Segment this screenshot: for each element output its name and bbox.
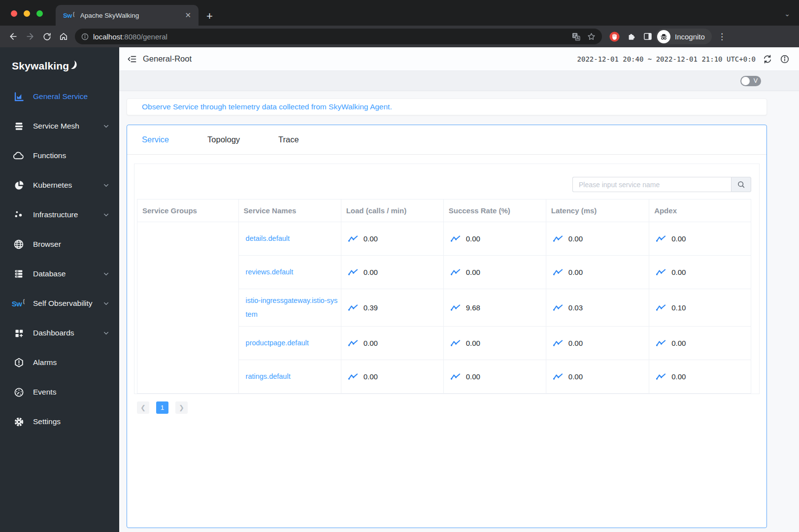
sparkline-icon	[553, 373, 563, 380]
sparkline-icon	[348, 304, 358, 311]
col-service-names: Service Names	[238, 200, 341, 222]
sparkline-icon	[656, 235, 666, 242]
sidebar-item-events[interactable]: Events	[0, 377, 119, 407]
next-page-icon[interactable]: ❯	[175, 401, 188, 414]
grid-plus-icon	[13, 327, 25, 339]
dashboard-card: Service Topology Trace	[127, 125, 767, 528]
url-path: :8080/general	[122, 33, 167, 41]
sparkline-icon	[553, 268, 563, 276]
incognito-badge[interactable]: Incognito	[656, 29, 712, 44]
prev-page-icon[interactable]: ❮	[137, 401, 149, 414]
home-icon[interactable]	[55, 28, 72, 45]
search-input[interactable]	[572, 177, 731, 192]
browser-toolbar: localhost:8080/general Incognito ⋮	[0, 26, 799, 47]
sidebar-item-label: Events	[33, 388, 56, 397]
version-toggle[interactable]: V	[740, 76, 761, 86]
bookmark-star-icon[interactable]	[587, 32, 596, 41]
sidebar-item-settings[interactable]: Settings	[0, 407, 119, 436]
window-close-button[interactable]	[11, 10, 17, 17]
sw-logo-icon: Sw❲	[13, 298, 25, 309]
sparkline-icon	[451, 304, 461, 311]
sidebar-item-alarms[interactable]: Alarms	[0, 348, 119, 377]
sidebar-item-browser[interactable]: Browser	[0, 230, 119, 259]
sidebar-item-label: Infrastructure	[33, 210, 78, 219]
browser-tabstrip: Sw❲ Apache SkyWalking ✕ + ⌄	[0, 0, 799, 26]
tab-topology[interactable]: Topology	[207, 135, 240, 144]
sidebar-item-database[interactable]: Database	[0, 259, 119, 289]
reload-icon[interactable]	[38, 28, 55, 45]
sparkline-icon	[553, 304, 563, 311]
sidebar-item-service-mesh[interactable]: Service Mesh	[0, 111, 119, 141]
url-host: localhost	[93, 33, 122, 41]
menu-kebab-icon[interactable]: ⋮	[718, 32, 726, 42]
main-area: General-Root 2022-12-01 20:40 ~ 2022-12-…	[119, 47, 799, 532]
incognito-label: Incognito	[675, 33, 705, 41]
sidebar-item-dashboards[interactable]: Dashboards	[0, 318, 119, 348]
metric-value: 0.00	[671, 268, 686, 276]
content-area: Observe Service through telemetry data c…	[119, 91, 799, 532]
translate-icon[interactable]	[571, 32, 581, 41]
incognito-icon	[657, 30, 670, 43]
url-address-bar[interactable]: localhost:8080/general	[75, 29, 602, 44]
pagination: ❮ 1 ❯	[137, 401, 766, 414]
service-list-panel: Service Groups Service Names Load (calls…	[134, 164, 760, 394]
forward-icon[interactable]	[22, 28, 38, 45]
page-number-button[interactable]: 1	[156, 401, 168, 414]
info-icon[interactable]	[779, 54, 790, 65]
back-icon[interactable]	[5, 28, 22, 45]
browser-tab[interactable]: Sw❲ Apache SkyWalking ✕	[56, 5, 199, 26]
col-load: Load (calls / min)	[341, 200, 443, 222]
window-minimize-button[interactable]	[24, 10, 30, 17]
time-range-picker[interactable]: 2022-12-01 20:40 ~ 2022-12-01 21:10 UTC+…	[577, 55, 756, 63]
window-zoom-button[interactable]	[36, 10, 43, 17]
sidebar-item-label: Dashboards	[33, 329, 74, 337]
metric-value: 9.68	[466, 303, 480, 312]
skywalking-favicon: Sw❲	[63, 12, 76, 19]
dots-icon	[13, 209, 25, 221]
sidebar-item-infrastructure[interactable]: Infrastructure	[0, 200, 119, 230]
service-link[interactable]: istio-ingressgateway.istio-system	[246, 297, 338, 318]
layers-icon	[13, 120, 25, 132]
side-panel-icon[interactable]	[643, 32, 653, 41]
sparkline-icon	[451, 339, 461, 347]
search-button[interactable]	[731, 177, 751, 192]
extensions-puzzle-icon[interactable]	[627, 32, 636, 41]
tab-service[interactable]: Service	[142, 135, 169, 144]
service-link[interactable]: reviews.default	[246, 268, 294, 276]
metric-value: 0.00	[568, 234, 583, 243]
service-link[interactable]: details.default	[246, 234, 290, 242]
sidebar-item-functions[interactable]: Functions	[0, 141, 119, 170]
toggle-label: V	[754, 77, 758, 84]
bar-chart-icon	[13, 91, 25, 102]
col-success-rate: Success Rate (%)	[443, 200, 546, 222]
sparkline-icon	[451, 373, 461, 380]
service-link[interactable]: ratings.default	[246, 372, 291, 380]
tab-trace[interactable]: Trace	[278, 135, 299, 144]
tab-close-icon[interactable]: ✕	[183, 11, 193, 20]
fold-menu-icon[interactable]	[125, 52, 139, 66]
globe-icon	[13, 238, 25, 250]
auto-refresh-icon[interactable]	[762, 54, 773, 65]
sidebar-item-kubernetes[interactable]: Kubernetes	[0, 170, 119, 200]
table-header-row: Service Groups Service Names Load (calls…	[137, 200, 751, 222]
metric-value: 0.00	[568, 372, 583, 381]
site-info-icon[interactable]	[81, 33, 89, 41]
window-controls[interactable]	[11, 10, 43, 17]
stopwatch-icon	[13, 386, 25, 398]
new-tab-icon[interactable]: +	[206, 11, 213, 22]
col-latency: Latency (ms)	[546, 200, 649, 222]
service-link[interactable]: productpage.default	[246, 339, 309, 347]
sparkline-icon	[656, 339, 666, 347]
tabstrip-chevron-icon[interactable]: ⌄	[784, 10, 790, 18]
sidebar-item-label: Database	[33, 269, 66, 278]
sidebar-item-general-service[interactable]: General Service	[0, 82, 119, 111]
sparkline-icon	[348, 373, 358, 380]
toolbar-strip: V	[119, 71, 799, 91]
sparkline-icon	[553, 235, 563, 242]
sidebar-menu: General Service Service Mesh Functions	[0, 82, 119, 436]
metric-value: 0.00	[466, 268, 480, 276]
sparkline-icon	[348, 268, 358, 276]
sidebar-item-self-observability[interactable]: Sw❲ Self Observability	[0, 289, 119, 318]
logo-crescent-icon	[70, 60, 77, 69]
adblock-hand-icon[interactable]	[609, 31, 620, 42]
